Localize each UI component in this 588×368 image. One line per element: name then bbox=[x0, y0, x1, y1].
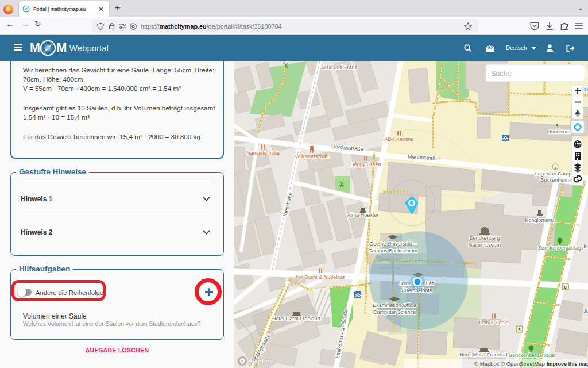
svg-text:NA Sushi & Nudelbar: NA Sushi & Nudelbar bbox=[296, 274, 345, 280]
svg-text:© Mapbox © OpenStreetMap: © Mapbox © OpenStreetMap bbox=[474, 361, 545, 367]
svg-text:Alma Hoexter: Alma Hoexter bbox=[347, 212, 379, 218]
svg-text:Goethe Universität –: Goethe Universität – bbox=[369, 241, 416, 247]
svg-text:Senckenberganlage: Senckenberganlage bbox=[538, 245, 584, 251]
svg-text:Senckenberg: Senckenberg bbox=[469, 235, 500, 241]
svg-text:8: 8 bbox=[564, 285, 567, 290]
svg-text:Leib & Seele: Leib & Seele bbox=[479, 320, 508, 325]
svg-text:Improve this map: Improve this map bbox=[547, 361, 588, 367]
svg-text:Konglomerat: Konglomerat bbox=[525, 217, 555, 223]
svg-text:Heppy Green: Heppy Green bbox=[350, 162, 381, 167]
svg-text:ADA Kantine: ADA Kantine bbox=[384, 136, 413, 142]
svg-text:Campus Bockenheim: Campus Bockenheim bbox=[368, 248, 417, 254]
svg-text:Namaste India: Namaste India bbox=[246, 150, 280, 156]
svg-text:8: 8 bbox=[518, 327, 521, 332]
svg-text:mapbox: mapbox bbox=[248, 358, 274, 365]
svg-text:ck: ck bbox=[584, 86, 588, 92]
svg-text:Computer Science: Computer Science bbox=[373, 309, 416, 315]
svg-text:Naturmuseum: Naturmuseum bbox=[469, 242, 501, 248]
svg-text:Lageplan Campu: Lageplan Campu bbox=[535, 171, 575, 177]
svg-text:Hotel Garni Frankfurt: Hotel Garni Frankfurt bbox=[272, 316, 321, 321]
svg-text:Hotel Meliä Frankfurt: Hotel Meliä Frankfurt bbox=[459, 352, 508, 358]
svg-text:Suche: Suche bbox=[491, 70, 511, 78]
svg-text:Juridicum: Juridicum bbox=[548, 129, 571, 135]
svg-text:Bockenheim: Bockenheim bbox=[540, 177, 569, 183]
svg-text:In: In bbox=[583, 243, 588, 249]
svg-text:Volkswirtschaft: Volkswirtschaft bbox=[295, 154, 329, 159]
svg-text:Sissi und Franz: Sissi und Franz bbox=[322, 64, 358, 70]
svg-text:Examination Office: Examination Office bbox=[373, 302, 416, 308]
svg-text:Ju: Ju bbox=[583, 308, 588, 314]
svg-text:Senckenberganlage: Senckenberganlage bbox=[509, 352, 555, 358]
